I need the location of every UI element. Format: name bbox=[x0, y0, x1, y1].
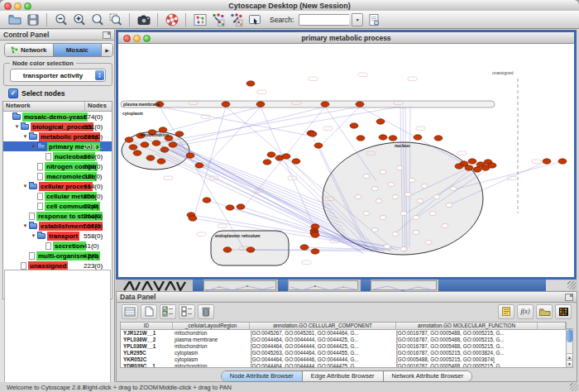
window-titlebar[interactable]: Cytoscape Desktop (New Session) bbox=[0, 0, 579, 12]
attribute-notes-button[interactable] bbox=[498, 304, 514, 319]
tab-network-attribute-browser[interactable]: Network Attribute Browser bbox=[384, 371, 472, 381]
graph-node[interactable] bbox=[468, 159, 476, 164]
nucleus-graph-node[interactable] bbox=[380, 215, 386, 219]
graph-node[interactable] bbox=[141, 142, 149, 147]
select-nodes-checkbox[interactable]: ✓ bbox=[8, 88, 18, 98]
tree-item-metabolic-process[interactable]: ▼metabolic process280(0) bbox=[3, 131, 112, 141]
background-window-fragment[interactable] bbox=[438, 280, 546, 291]
graph-node[interactable] bbox=[350, 123, 358, 128]
node-label-chip[interactable] bbox=[218, 224, 227, 228]
graph-node[interactable] bbox=[267, 152, 275, 157]
graph-node[interactable] bbox=[543, 159, 551, 164]
graph-node[interactable] bbox=[389, 136, 397, 141]
delete-attribute-button[interactable] bbox=[198, 304, 214, 319]
expand-arrow-icon[interactable]: ▼ bbox=[22, 184, 29, 189]
graph-node[interactable] bbox=[321, 102, 329, 107]
background-window-fragment[interactable] bbox=[203, 280, 276, 290]
graph-node[interactable] bbox=[282, 154, 290, 159]
nucleus-graph-node[interactable] bbox=[392, 232, 399, 236]
graph-node[interactable] bbox=[133, 151, 141, 155]
zoom-fit-button[interactable] bbox=[89, 12, 105, 27]
expand-arrow-icon[interactable]: ▼ bbox=[22, 223, 29, 228]
nucleus-graph-node[interactable] bbox=[417, 198, 423, 203]
graph-node[interactable] bbox=[203, 198, 211, 203]
node-label-chip[interactable] bbox=[532, 160, 541, 164]
nucleus-graph-node[interactable] bbox=[429, 211, 436, 215]
annotation-tool-button[interactable] bbox=[246, 12, 262, 27]
graph-node[interactable] bbox=[256, 102, 265, 107]
graph-node[interactable] bbox=[246, 247, 255, 252]
column-header-molecular-function[interactable]: annotation.GO MOLECULAR_FUNCTION bbox=[396, 323, 538, 329]
zoom-out-button[interactable] bbox=[53, 12, 69, 27]
search-config-button[interactable] bbox=[366, 12, 381, 27]
float-panel-icon[interactable] bbox=[565, 294, 573, 301]
search-input[interactable] bbox=[299, 14, 349, 26]
nodes-column-header[interactable]: Nodes bbox=[85, 102, 112, 111]
node-label-chip[interactable] bbox=[358, 73, 367, 77]
graph-node[interactable] bbox=[186, 153, 194, 158]
graph-node[interactable] bbox=[314, 143, 323, 148]
window-resize-grip[interactable] bbox=[570, 383, 578, 391]
graph-node[interactable] bbox=[356, 136, 365, 141]
graph-node[interactable] bbox=[146, 155, 155, 160]
graph-node[interactable] bbox=[226, 205, 234, 210]
table-row[interactable]: YKR052Ccytoplasm[GO:0044464, GO:0044446,… bbox=[121, 356, 566, 363]
table-scrollbar[interactable]: ▲ ▼ bbox=[566, 328, 573, 368]
search-dropdown-button[interactable]: ▾ bbox=[352, 13, 363, 26]
nucleus-graph-node[interactable] bbox=[400, 211, 407, 215]
tab-edge-attribute-browser[interactable]: Edge Attribute Browser bbox=[303, 371, 384, 381]
graph-node[interactable] bbox=[356, 102, 364, 107]
nucleus-graph-node[interactable] bbox=[450, 186, 457, 190]
expand-arrow-icon[interactable]: ▼ bbox=[22, 134, 29, 139]
tree-item-multi-organism-pro[interactable]: multi-organism pro42(0) bbox=[3, 251, 112, 261]
table-row[interactable]: YPL036W__1mitochondrion[GO:0044464, GO:0… bbox=[121, 343, 566, 350]
table-row[interactable]: YPL036W__2plasma membrane[GO:0044464, GO… bbox=[121, 337, 566, 343]
help-button[interactable] bbox=[164, 12, 179, 27]
nucleus-graph-node[interactable] bbox=[388, 182, 395, 186]
graph-node[interactable] bbox=[246, 81, 255, 86]
tree-item-secretion[interactable]: secretion41(0) bbox=[3, 241, 112, 251]
tree-item-nucleobase-[interactable]: nucleobase-209(0) bbox=[3, 151, 112, 161]
graph-node[interactable] bbox=[222, 102, 230, 107]
graph-node[interactable] bbox=[129, 145, 137, 150]
tree-item-cell-communicat[interactable]: cell communicat22(0) bbox=[3, 201, 112, 211]
node-label-chip[interactable] bbox=[408, 77, 417, 81]
zoom-in-button[interactable] bbox=[71, 12, 87, 27]
scroll-down-icon[interactable]: ▼ bbox=[567, 360, 572, 367]
tree-item-cellular-process[interactable]: ▼cellular process614(0) bbox=[3, 181, 112, 191]
nucleus-graph-node[interactable] bbox=[433, 194, 440, 198]
graph-node[interactable] bbox=[300, 245, 309, 250]
zoom-selected-button[interactable] bbox=[108, 12, 123, 27]
node-label-chip[interactable] bbox=[302, 261, 311, 265]
attribute-table-button[interactable] bbox=[122, 304, 138, 319]
column-header-cellular-component[interactable]: annotation.GO CELLULAR_COMPONENT bbox=[250, 323, 396, 329]
table-row[interactable]: YJR121W__1mitochondrion[GO:0045267, GO:0… bbox=[121, 330, 566, 337]
import-attributes-button[interactable] bbox=[536, 304, 553, 319]
graph-node[interactable] bbox=[175, 131, 184, 136]
tree-item-transport[interactable]: ▼transport558(0) bbox=[3, 231, 112, 241]
background-window-fragment[interactable] bbox=[193, 280, 203, 291]
graph-node[interactable] bbox=[376, 119, 385, 124]
column-header-region[interactable]: _cellularLayoutRegion bbox=[173, 323, 250, 329]
graph-node[interactable] bbox=[309, 131, 317, 136]
nucleus-graph-node[interactable] bbox=[384, 244, 390, 248]
nucleus-graph-node[interactable] bbox=[363, 211, 370, 215]
background-window-fragment[interactable] bbox=[278, 280, 288, 291]
node-label-chip[interactable] bbox=[323, 127, 333, 131]
background-window-fragment[interactable] bbox=[288, 280, 358, 290]
graph-node[interactable] bbox=[195, 163, 203, 168]
node-label-chip[interactable] bbox=[197, 232, 206, 237]
tree-item-response-to-stimulu[interactable]: response to stimulu264(0) bbox=[3, 211, 112, 221]
nucleus-graph-node[interactable] bbox=[371, 186, 378, 190]
select-attributes-button[interactable] bbox=[160, 304, 176, 319]
node-label-chip[interactable] bbox=[164, 176, 173, 180]
graph-node[interactable] bbox=[414, 135, 422, 140]
nucleus-graph-node[interactable] bbox=[442, 223, 448, 227]
tab-overflow-button[interactable]: ▶ bbox=[102, 44, 112, 56]
expand-arrow-icon[interactable]: ▼ bbox=[13, 124, 21, 129]
expand-arrow-icon[interactable]: ▼ bbox=[30, 233, 37, 238]
node-label-chip[interactable] bbox=[309, 77, 318, 81]
node-label-chip[interactable] bbox=[416, 127, 425, 131]
graph-node[interactable] bbox=[237, 204, 245, 209]
tree-item-nitrogen-compo[interactable]: nitrogen compo209(0) bbox=[3, 161, 112, 171]
